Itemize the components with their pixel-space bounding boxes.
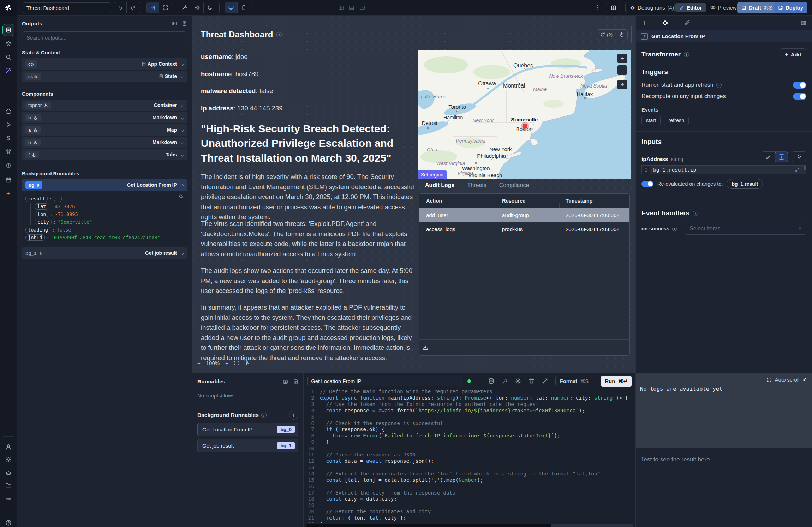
rail-folders-button[interactable] <box>5 483 11 489</box>
zoom-in-button[interactable]: + <box>225 360 228 366</box>
code-area[interactable]: 1// Define the main function with the re… <box>304 389 635 523</box>
zoom-out-button[interactable]: − <box>197 360 201 366</box>
delete-icon[interactable] <box>529 378 535 384</box>
expand-editor-icon[interactable] <box>542 378 548 384</box>
editor-tab[interactable]: Editor <box>675 3 706 12</box>
json-collapse-button[interactable]: - <box>54 196 62 202</box>
input-expression-editor[interactable]: 1 bg_1.result.ip <box>641 165 806 174</box>
event-chip-start[interactable]: start <box>641 116 661 125</box>
expand-logs-icon[interactable] <box>767 377 771 382</box>
dark-theme-button[interactable] <box>203 2 216 13</box>
rail-resources-button[interactable] <box>5 149 11 155</box>
ai-theme-button[interactable] <box>178 2 191 13</box>
download-icon[interactable] <box>423 345 428 351</box>
rail-favorites-button[interactable] <box>5 41 11 47</box>
json-key[interactable]: result <box>25 196 48 202</box>
tab-threats[interactable]: Threats <box>461 180 493 192</box>
runnable-name-input[interactable] <box>307 376 462 386</box>
map-zoom-in-button[interactable]: + <box>617 54 627 63</box>
event-chip-refresh[interactable]: refresh <box>664 116 689 125</box>
reeval-toggle[interactable] <box>641 181 653 187</box>
map-component[interactable]: Québec Ottawa Montréal Maine New Brunswi… <box>418 50 631 179</box>
redo-button[interactable] <box>126 2 139 13</box>
code-line[interactable]: 18 const city = data.city; <box>304 496 635 502</box>
pan-hand-icon[interactable] <box>245 360 250 366</box>
bg1-row[interactable]: bg_1 Get job result <box>22 247 187 259</box>
code-line[interactable]: 10 <box>304 445 635 452</box>
rail-runs-button[interactable] <box>5 122 11 128</box>
json-key[interactable]: loading <box>25 227 50 233</box>
code-line[interactable]: 21 return { lon, lat, city }; <box>304 515 635 521</box>
settings-icon[interactable] <box>515 378 521 384</box>
insert-component-tab[interactable]: + <box>642 19 646 27</box>
preview-tab[interactable]: Preview <box>706 3 741 12</box>
topbar-container-component[interactable]: Threat Dashboard (2) <box>197 26 632 43</box>
code-line[interactable]: 8 throw new Error(`Failed to fetch IP in… <box>304 433 635 439</box>
toggle-right-panel-icon[interactable] <box>359 5 365 11</box>
component-settings-tab[interactable] <box>662 20 668 26</box>
doc-panel-icon[interactable] <box>182 21 187 26</box>
on-success-select[interactable]: Select items <box>685 223 806 235</box>
rail-schedules-button[interactable] <box>5 177 11 183</box>
rail-outputs-button[interactable] <box>2 24 14 36</box>
rail-variables-button[interactable]: $ <box>7 135 10 142</box>
code-line[interactable]: 15 const [lat, lon] = data.loc.split(','… <box>304 477 635 484</box>
tab-audit-logs[interactable]: Audit Logs <box>419 180 461 192</box>
search-outputs-input[interactable] <box>22 31 187 43</box>
tab-compliance[interactable]: Compliance <box>493 180 535 192</box>
recompute-all-button[interactable]: (2) <box>597 30 616 40</box>
clear-select-icon[interactable] <box>798 225 802 232</box>
code-line[interactable]: 14 // Extract the coordinates from the '… <box>304 471 635 477</box>
code-line[interactable]: 5 <box>304 414 635 420</box>
code-line[interactable]: 12 const data = await response.json(); <box>304 458 635 465</box>
timing-button[interactable] <box>616 30 627 40</box>
run-button[interactable]: Run ⌘↵ <box>601 376 632 387</box>
editor-hscrollbar-thumb[interactable] <box>306 524 551 527</box>
table-row[interactable]: access_logs prod-k8s 2025-03-30T17:03:00… <box>419 222 629 236</box>
table-row[interactable]: add_user audit-group 2025-03-30T17:00:00… <box>419 208 629 222</box>
code-line[interactable]: 22} <box>304 521 635 523</box>
output-row-ctx[interactable]: ctx App Context <box>22 58 187 70</box>
more-menu-button[interactable] <box>596 4 600 12</box>
set-region-button[interactable]: Set region <box>418 170 447 179</box>
rail-workers-button[interactable] <box>5 470 11 476</box>
code-line[interactable]: 7 if (!response.ok) { <box>304 426 635 433</box>
expand-expr-icon[interactable] <box>795 168 800 172</box>
expr-mode-button[interactable]: f <box>775 152 788 162</box>
json-search-icon[interactable] <box>179 194 184 199</box>
app-canvas[interactable]: Threat Dashboard (2) username: jdoe host… <box>192 16 635 373</box>
draft-button[interactable]: Draft ⌘S <box>737 2 777 13</box>
docs-button[interactable] <box>606 2 621 13</box>
doc-panel-icon[interactable] <box>293 379 298 384</box>
inbox-icon[interactable] <box>283 379 288 384</box>
static-mode-button[interactable] <box>762 152 775 162</box>
json-key[interactable]: lon <box>35 211 48 217</box>
component-row-f[interactable]: f Tabs <box>22 149 187 160</box>
light-theme-button[interactable] <box>191 2 203 13</box>
rail-search-button[interactable] <box>5 54 11 60</box>
json-key[interactable]: lat <box>35 203 48 210</box>
rail-home-button[interactable] <box>5 108 11 114</box>
code-line[interactable]: 16 <box>304 484 635 490</box>
rail-settings-button[interactable] <box>5 457 11 463</box>
code-line[interactable]: 6 // Check if the response is successful <box>304 420 635 427</box>
toggle-left-panel-icon[interactable] <box>338 5 344 11</box>
code-line[interactable]: 17 // Extract the city from the response… <box>304 490 635 496</box>
fullscreen-button[interactable] <box>159 2 172 13</box>
add-transformer-button[interactable]: +Add <box>780 48 806 60</box>
code-line[interactable]: 19 <box>304 502 635 509</box>
undo-button[interactable] <box>114 2 126 13</box>
code-line[interactable]: 20 // Return the coordinates and city <box>304 509 635 515</box>
toggle-bottom-panel-icon[interactable] <box>349 5 354 11</box>
debug-runs-button[interactable]: Debug runs (4) <box>625 2 679 13</box>
runnable-item-bg1[interactable]: Get job result bg_1 <box>197 439 298 452</box>
rail-ai-button[interactable] <box>5 68 11 74</box>
component-outline-button[interactable] <box>147 2 159 13</box>
code-line[interactable]: 4 const response = await fetch(`https://… <box>304 408 635 414</box>
component-row-topbar[interactable]: topbar Container <box>22 100 187 111</box>
connect-input-button[interactable] <box>792 151 806 162</box>
col-action[interactable]: Action <box>419 198 495 204</box>
code-line[interactable]: 9 } <box>304 439 635 445</box>
json-key[interactable]: jobId <box>25 234 45 241</box>
reeval-dependency-chip[interactable]: bg_1.result <box>727 179 763 189</box>
